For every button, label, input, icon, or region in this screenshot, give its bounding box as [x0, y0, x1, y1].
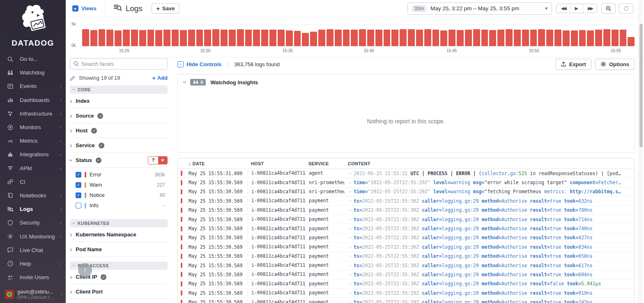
sidebar-item-live-chat[interactable]: Live Chat	[0, 243, 66, 257]
sidebar-item-invite-users[interactable]: Invite Users	[0, 271, 66, 284]
log-row[interactable]: May 25 15:55:30.569i-00811ca4bcaf4d711pa…	[178, 270, 634, 279]
facet-index[interactable]: ›Index	[70, 94, 168, 109]
log-host: i-00811ca4bcaf4d711	[248, 207, 305, 213]
search-facets-input[interactable]	[70, 58, 168, 69]
sidebar-item-label: UX Monitoring	[20, 234, 55, 240]
histogram-plot[interactable]	[82, 25, 635, 46]
sidebar-item-go-to[interactable]: Go to...	[0, 52, 66, 66]
log-row[interactable]: May 25 15:55:30.569i-00811ca4bcaf4d711pa…	[178, 280, 634, 289]
log-service: nri-prometheus	[305, 180, 345, 186]
facet-client-port[interactable]: ›Client Port	[70, 284, 168, 299]
app-window: DATADOG Go to...WatchdogEvents›Dashboard…	[0, 0, 644, 303]
user-account-menu[interactable]: gavin@zebriu... DPN | Zebrium I... ›	[0, 289, 66, 300]
expand-caret-icon: ›	[349, 189, 352, 194]
log-row[interactable]: May 25 15:55:30.569i-00811ca4bcaf4d711pa…	[178, 234, 634, 243]
sidebar-item-ux-monitoring[interactable]: UX Monitoring›	[0, 229, 66, 243]
status-option-info[interactable]: Info-	[70, 200, 168, 210]
sidebar-item-integrations[interactable]: Integrations›	[0, 148, 66, 161]
save-view-button[interactable]: + Save	[152, 3, 180, 14]
time-back-button[interactable]: ◀◀	[557, 4, 570, 13]
plus-icon: +	[156, 6, 160, 12]
facet-group-header-kubernetes[interactable]: ›KUBERNETES	[70, 219, 168, 227]
log-table-header: ↓DATE HOST SERVICE CONTENT	[178, 158, 634, 169]
status-option-warn[interactable]: ✓Warn227	[70, 180, 168, 190]
checkbox-unchecked[interactable]	[76, 203, 81, 208]
scrollbar-thumb[interactable]	[639, 24, 643, 147]
dashboards-icon	[7, 97, 14, 104]
log-row[interactable]: May 25 15:55:30.569i-00811ca4bcaf4d711pa…	[178, 215, 634, 224]
sidebar-item-logs[interactable]: Logs›	[0, 202, 66, 216]
checkbox-checked[interactable]: ✓	[76, 192, 81, 198]
status-option-error[interactable]: ✓Error363k	[70, 169, 168, 180]
zoom-out-button[interactable]	[601, 3, 616, 14]
column-header-service[interactable]: SERVICE	[305, 161, 345, 166]
column-header-date[interactable]: ↓DATE	[185, 161, 248, 166]
sidebar-item-security[interactable]: Security›	[0, 216, 66, 229]
add-facet-button[interactable]: + Add	[152, 75, 168, 81]
sidebar-item-dashboards[interactable]: Dashboards›	[0, 93, 66, 107]
facet-service[interactable]: ›Service✓	[70, 138, 168, 153]
scroll-to-top-button[interactable]: ↑	[78, 263, 92, 277]
column-header-host[interactable]: HOST	[248, 161, 305, 166]
sidebar-item-metrics[interactable]: Metrics›	[0, 134, 66, 148]
log-row[interactable]: May 25 15:55:30.569i-00811ca4bcaf4d711pa…	[178, 289, 634, 298]
histogram-bar	[375, 30, 382, 46]
log-row[interactable]: May 25 15:55:30.569i-00811ca4bcaf4d711nr…	[178, 178, 634, 187]
facet-host[interactable]: ›Host✓	[70, 123, 168, 138]
log-row[interactable]: May 25 15:55:30.569i-00811ca4bcaf4d711pa…	[178, 224, 634, 233]
log-service: payment	[305, 198, 345, 204]
sidebar-item-help[interactable]: ?Help›	[0, 257, 66, 271]
log-service: agent	[305, 170, 345, 176]
sidebar-item-notebooks[interactable]: Notebooks›	[0, 189, 66, 202]
chevron-right-icon: ›	[60, 151, 62, 157]
sidebar-item-monitors[interactable]: Monitors›	[0, 120, 66, 134]
log-host: i-00811ca4bcaf4d711	[248, 262, 305, 268]
facet-group-header-core[interactable]: ›CORE	[70, 86, 168, 94]
log-row[interactable]: May 25 15:55:31.000i-00811ca4bcaf4d711ag…	[178, 169, 634, 178]
sidebar-item-apm[interactable]: APM›	[0, 162, 66, 175]
log-row[interactable]: May 25 15:55:30.569i-00811ca4bcaf4d711pa…	[178, 243, 634, 252]
views-button[interactable]: ▸ Views	[72, 5, 97, 12]
log-row[interactable]: May 25 15:55:30.569i-00811ca4bcaf4d711nr…	[178, 187, 634, 197]
checkbox-checked[interactable]: ✓	[76, 172, 81, 178]
log-row[interactable]: May 25 15:55:30.569i-00811ca4bcaf4d711pa…	[178, 206, 634, 215]
histogram-bar	[612, 30, 619, 46]
time-range-picker[interactable]: 33m May 25, 3:22 pm – May 25, 3:55 pm ▾	[407, 2, 552, 15]
sidebar-item-infrastructure[interactable]: Infrastructure›	[0, 107, 66, 120]
sidebar-item-watchdog[interactable]: Watchdog	[0, 66, 66, 79]
topbar-divider	[105, 0, 105, 17]
facet-kubernetes-namespace[interactable]: ›Kubernetes Namespace	[70, 227, 168, 242]
log-content: ›ts=2022-05-25T22:55:30Z caller=logging.…	[345, 217, 634, 222]
options-button[interactable]: Options	[595, 59, 635, 70]
sidebar-item-events[interactable]: Events›	[0, 79, 66, 93]
chevron-right-icon: ›	[60, 261, 62, 267]
user-avatar	[5, 290, 14, 299]
histogram-bar	[278, 30, 285, 46]
page-scrollbar[interactable]	[638, 0, 643, 303]
facet-status[interactable]: ›Status✓✕	[70, 153, 168, 168]
facet-source[interactable]: ›Source✓	[70, 109, 168, 123]
status-option-notice[interactable]: ✓Notice90	[70, 190, 168, 200]
facet-pod-name[interactable]: ›Pod Name	[70, 242, 168, 257]
sidebar-item-label: Help	[20, 261, 31, 267]
sidebar-item-ci[interactable]: CI	[0, 175, 66, 189]
log-row[interactable]: May 25 15:55:30.569i-00811ca4bcaf4d711pa…	[178, 298, 634, 303]
histogram-bar	[310, 32, 317, 46]
x-axis-tick-label: 15:40	[364, 49, 374, 53]
log-row[interactable]: May 25 15:55:30.569i-00811ca4bcaf4d711pa…	[178, 261, 634, 270]
time-forward-button[interactable]: ▶▶	[583, 4, 597, 13]
datadog-logo[interactable]: DATADOG	[0, 0, 66, 52]
hide-controls-button[interactable]: ‹ Hide Controls	[177, 61, 221, 67]
log-row[interactable]: May 25 15:55:30.569i-00811ca4bcaf4d711pa…	[178, 197, 634, 206]
watchdog-header[interactable]: › 0 Watchdog Insights	[178, 74, 634, 90]
time-play-button[interactable]: ▶	[570, 4, 583, 13]
log-row[interactable]: May 25 15:55:30.569i-00811ca4bcaf4d711pa…	[178, 252, 634, 261]
clear-filter-button[interactable]: ✕	[158, 157, 167, 164]
export-button[interactable]: Export	[555, 59, 591, 70]
refresh-button[interactable]	[619, 3, 633, 14]
checkbox-checked[interactable]: ✓	[76, 182, 81, 188]
filter-funnel-button[interactable]	[148, 157, 158, 164]
invite-users-icon	[7, 274, 14, 281]
sidebar-item-label: Dashboards	[20, 97, 50, 103]
pencil-icon[interactable]	[70, 75, 76, 81]
